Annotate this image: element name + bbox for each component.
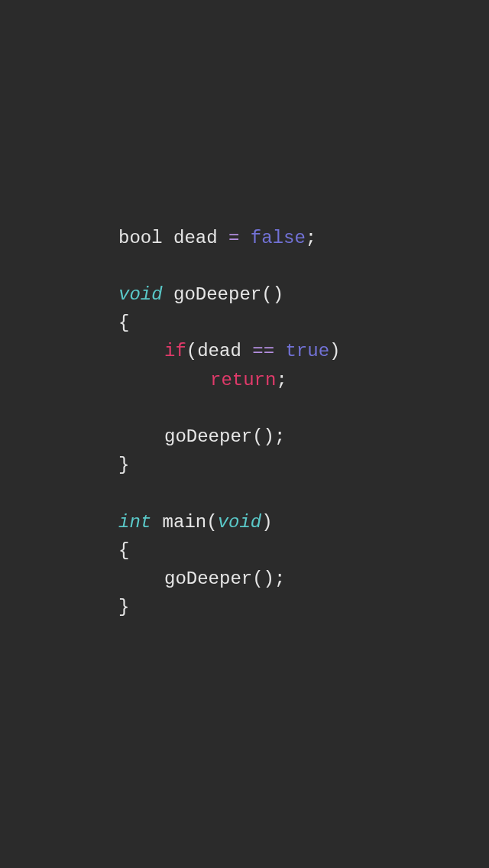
space: [239, 228, 250, 248]
code-line: return;: [118, 366, 340, 394]
paren: (: [206, 512, 217, 533]
code-line: {: [118, 536, 340, 565]
type-keyword-italic: void: [218, 512, 262, 533]
control-keyword: if: [164, 341, 186, 361]
code-block: bool dead = false; void goDeeper() { if(…: [0, 224, 340, 622]
code-line: goDeeper();: [118, 565, 340, 593]
blank-line: [118, 394, 340, 423]
parens: (): [261, 284, 283, 305]
code-line: }: [118, 451, 340, 479]
identifier: main: [151, 512, 206, 533]
code-line: }: [118, 593, 340, 621]
identifier: dead: [197, 341, 252, 361]
identifier: goDeeper: [164, 568, 252, 589]
paren: ): [261, 512, 272, 533]
brace: }: [118, 597, 129, 617]
operator: ==: [252, 341, 274, 361]
code-line: if(dead == true): [118, 337, 340, 365]
literal: true: [285, 341, 329, 361]
code-line: void goDeeper(): [118, 280, 340, 309]
brace: {: [118, 540, 129, 561]
type-keyword-italic: int: [118, 512, 151, 533]
control-keyword: return: [210, 370, 276, 390]
identifier: dead: [163, 228, 228, 248]
type-keyword-italic: void: [118, 284, 163, 305]
paren: (: [186, 341, 197, 361]
brace: {: [118, 313, 129, 333]
type-keyword: bool: [118, 228, 163, 248]
operator: =: [228, 228, 239, 248]
parens: ();: [252, 568, 285, 589]
code-line: int main(void): [118, 508, 340, 536]
blank-line: [118, 252, 340, 280]
identifier: goDeeper: [163, 284, 262, 305]
parens: ();: [252, 426, 285, 447]
punct: ;: [306, 228, 316, 248]
blank-line: [118, 479, 340, 507]
code-line: goDeeper();: [118, 423, 340, 451]
space: [274, 341, 285, 361]
punct: ;: [276, 370, 287, 390]
literal: false: [251, 228, 306, 248]
code-line: bool dead = false;: [118, 224, 340, 252]
code-line: {: [118, 309, 340, 337]
paren: ): [329, 341, 340, 361]
identifier: goDeeper: [164, 426, 252, 447]
brace: }: [118, 455, 129, 475]
